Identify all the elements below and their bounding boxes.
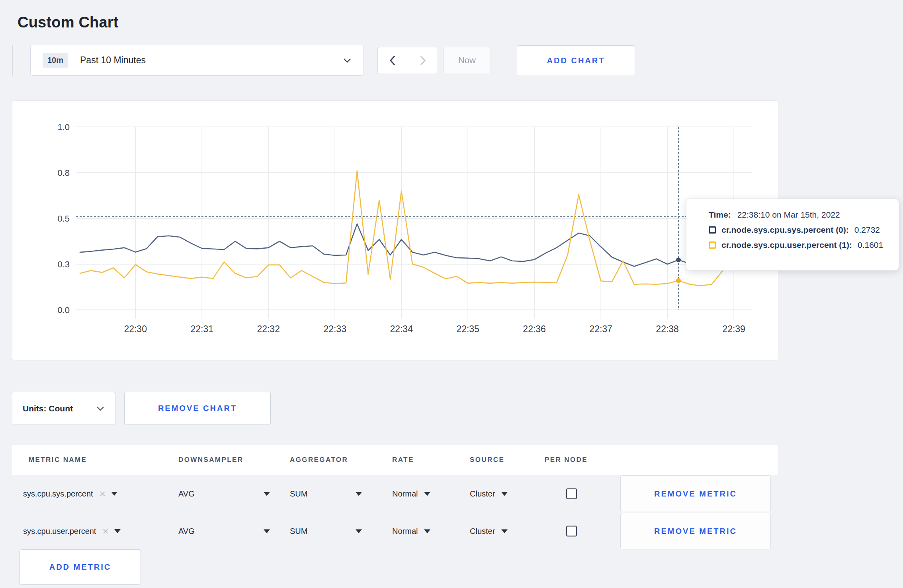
series-sys-swatch-icon xyxy=(709,226,716,234)
col-header-per-node: PER NODE xyxy=(545,456,588,464)
svg-text:22:35: 22:35 xyxy=(456,324,479,334)
source-select[interactable]: Cluster xyxy=(470,489,508,498)
svg-text:22:33: 22:33 xyxy=(323,324,346,334)
rate-select[interactable]: Normal xyxy=(392,527,430,536)
svg-text:22:30: 22:30 xyxy=(124,324,147,334)
svg-text:1.0: 1.0 xyxy=(57,122,70,132)
aggregator-select[interactable]: SUM xyxy=(290,527,362,536)
tooltip-series-name: cr.node.sys.cpu.sys.percent (0): xyxy=(721,225,849,235)
per-node-checkbox[interactable] xyxy=(566,489,577,499)
metric-name-select[interactable]: sys.cpu.sys.percent × xyxy=(23,489,117,499)
time-forward-button[interactable] xyxy=(408,47,438,74)
aggregator-select[interactable]: SUM xyxy=(290,489,362,498)
chevron-right-icon xyxy=(420,55,426,66)
tooltip-series-value: 0.1601 xyxy=(858,240,883,250)
caret-down-icon xyxy=(264,492,270,496)
aggregator-value: SUM xyxy=(290,527,307,536)
caret-down-icon xyxy=(111,492,117,496)
time-range-badge: 10m xyxy=(43,53,68,68)
units-dropdown[interactable]: Units: Count xyxy=(12,392,115,425)
svg-text:22:36: 22:36 xyxy=(523,324,546,334)
remove-metric-button[interactable]: REMOVE METRIC xyxy=(620,475,771,512)
metrics-table-header: METRIC NAME DOWNSAMPLER AGGREGATOR RATE … xyxy=(12,445,778,475)
chart-tooltip: Time: 22:38:10 on Mar 15th, 2022 cr.node… xyxy=(686,199,899,271)
downsampler-select[interactable]: AVG xyxy=(178,489,270,498)
tooltip-time-row: Time: 22:38:10 on Mar 15th, 2022 xyxy=(709,210,891,220)
metric-name-value: sys.cpu.user.percent xyxy=(23,527,96,536)
time-range-dropdown[interactable]: 10m Past 10 Minutes xyxy=(30,45,364,76)
downsampler-value: AVG xyxy=(178,527,195,536)
caret-down-icon xyxy=(356,529,362,533)
metric-name-select[interactable]: sys.cpu.user.percent × xyxy=(23,526,121,536)
rate-select[interactable]: Normal xyxy=(392,489,430,498)
chevron-down-icon xyxy=(96,406,105,411)
rate-value: Normal xyxy=(392,527,418,536)
downsampler-value: AVG xyxy=(178,489,195,498)
col-header-source: SOURCE xyxy=(470,456,504,464)
source-select[interactable]: Cluster xyxy=(470,527,508,536)
units-label: Units: Count xyxy=(23,404,73,413)
caret-down-icon xyxy=(501,529,508,533)
page-title: Custom Chart xyxy=(18,14,119,31)
svg-text:22:32: 22:32 xyxy=(257,324,280,334)
source-value: Cluster xyxy=(470,489,495,498)
line-chart[interactable]: 0.00.30.50.81.022:3022:3122:3222:3322:34… xyxy=(12,101,778,360)
clear-metric-icon[interactable]: × xyxy=(100,489,106,499)
caret-down-icon xyxy=(501,492,508,496)
col-header-aggregator: AGGREGATOR xyxy=(290,456,348,464)
caret-down-icon xyxy=(114,529,121,533)
series-user-swatch-icon xyxy=(709,241,716,249)
now-button[interactable]: Now xyxy=(443,47,491,74)
svg-text:22:37: 22:37 xyxy=(589,324,612,334)
remove-chart-button[interactable]: REMOVE CHART xyxy=(124,392,271,425)
svg-text:0.8: 0.8 xyxy=(57,168,70,178)
svg-text:22:38: 22:38 xyxy=(656,324,679,334)
clear-metric-icon[interactable]: × xyxy=(102,526,108,536)
toolbar-divider xyxy=(12,45,13,76)
svg-text:0.3: 0.3 xyxy=(57,259,70,269)
caret-down-icon xyxy=(356,492,362,496)
col-header-rate: RATE xyxy=(392,456,414,464)
source-value: Cluster xyxy=(470,527,495,536)
tooltip-series-row: cr.node.sys.cpu.sys.percent (0): 0.2732 xyxy=(709,225,891,235)
col-header-downsampler: DOWNSAMPLER xyxy=(178,456,243,464)
rate-value: Normal xyxy=(392,489,418,498)
caret-down-icon xyxy=(424,492,430,496)
tooltip-series-value: 0.2732 xyxy=(854,225,880,235)
chevron-down-icon xyxy=(343,58,352,63)
chart-card: 0.00.30.50.81.022:3022:3122:3222:3322:34… xyxy=(12,100,778,361)
time-backward-button[interactable] xyxy=(378,47,408,74)
add-metric-button[interactable]: ADD METRIC xyxy=(20,549,141,585)
col-header-metric-name: METRIC NAME xyxy=(29,456,87,464)
tooltip-time-label: Time: xyxy=(709,210,731,220)
time-pager xyxy=(377,47,438,74)
aggregator-value: SUM xyxy=(290,489,307,498)
svg-text:0.0: 0.0 xyxy=(57,305,70,315)
remove-metric-button[interactable]: REMOVE METRIC xyxy=(620,513,771,549)
metric-name-value: sys.cpu.sys.percent xyxy=(23,489,93,498)
downsampler-select[interactable]: AVG xyxy=(178,527,270,536)
tooltip-series-name: cr.node.sys.cpu.user.percent (1): xyxy=(721,240,852,250)
tooltip-time-value: 22:38:10 on Mar 15th, 2022 xyxy=(737,210,840,220)
tooltip-series-row: cr.node.sys.cpu.user.percent (1): 0.1601 xyxy=(709,240,891,250)
svg-text:22:31: 22:31 xyxy=(190,324,213,334)
add-chart-button[interactable]: ADD CHART xyxy=(517,45,635,76)
per-node-checkbox[interactable] xyxy=(566,526,577,537)
metric-row: sys.cpu.sys.percent × AVG SUM Normal Clu… xyxy=(12,475,778,512)
svg-text:22:34: 22:34 xyxy=(390,324,413,334)
caret-down-icon xyxy=(264,529,270,533)
svg-text:0.5: 0.5 xyxy=(57,214,70,224)
caret-down-icon xyxy=(424,529,430,533)
chevron-left-icon xyxy=(389,55,396,66)
svg-text:22:39: 22:39 xyxy=(722,324,745,334)
time-range-label: Past 10 Minutes xyxy=(80,55,146,66)
metric-row: sys.cpu.user.percent × AVG SUM Normal Cl… xyxy=(12,512,778,550)
